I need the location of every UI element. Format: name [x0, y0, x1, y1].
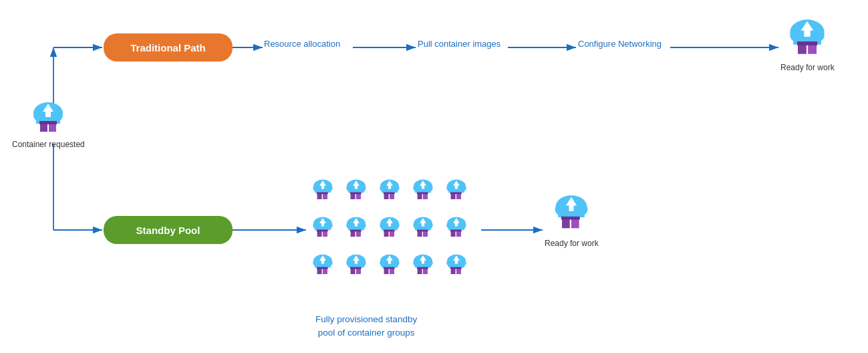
- ready-for-work-top-icon: [784, 13, 831, 60]
- configure-networking-label: Configure Networking: [578, 39, 662, 49]
- diagram: Container requested Traditional Path Res…: [0, 0, 868, 353]
- grid-icon-15: [441, 247, 472, 282]
- standby-pool-pill[interactable]: Standby Pool: [104, 216, 233, 244]
- svg-rect-66: [450, 193, 462, 195]
- svg-rect-90: [384, 230, 395, 232]
- ready-for-work-top-label: Ready for work: [780, 63, 835, 74]
- grid-icon-6: [307, 210, 338, 245]
- pull-container-label: Pull container images: [418, 39, 500, 49]
- container-requested-label: Container requested: [12, 140, 85, 150]
- svg-rect-122: [350, 267, 361, 269]
- svg-rect-98: [417, 230, 428, 232]
- svg-rect-18: [39, 121, 57, 124]
- svg-rect-74: [317, 230, 328, 232]
- ready-for-work-bottom-label: Ready for work: [545, 239, 599, 249]
- svg-rect-42: [350, 193, 361, 195]
- svg-rect-34: [317, 193, 328, 195]
- grid-icon-14: [408, 247, 438, 282]
- grid-icon-7: [341, 210, 372, 245]
- grid-icon-4: [408, 172, 438, 207]
- container-requested-icon: [28, 97, 68, 137]
- grid-icon-2: [341, 172, 372, 207]
- grid-icon-1: [307, 172, 338, 207]
- traditional-path-label: Traditional Path: [130, 42, 206, 53]
- grid-icon-8: [374, 210, 405, 245]
- ready-for-work-top-node: Ready for work: [780, 13, 835, 74]
- svg-rect-130: [384, 267, 395, 269]
- standby-caption: Fully provisioned standby pool of contai…: [315, 313, 417, 340]
- grid-icon-10: [441, 210, 472, 245]
- svg-rect-82: [350, 230, 361, 232]
- container-requested-node: Container requested: [12, 97, 85, 150]
- svg-rect-138: [417, 267, 428, 269]
- grid-icon-11: [307, 247, 338, 282]
- grid-icon-13: [374, 247, 405, 282]
- grid-icon-3: [374, 172, 405, 207]
- svg-rect-154: [561, 217, 580, 220]
- traditional-path-pill[interactable]: Traditional Path: [104, 33, 233, 62]
- grid-icon-9: [408, 210, 438, 245]
- svg-rect-26: [797, 41, 817, 45]
- svg-rect-146: [450, 267, 462, 269]
- svg-rect-106: [450, 230, 462, 232]
- grid-icon-5: [441, 172, 472, 207]
- svg-rect-114: [317, 267, 328, 269]
- svg-rect-50: [384, 193, 395, 195]
- standby-pool-grid: [307, 172, 472, 282]
- ready-for-work-bottom-icon: [548, 189, 595, 236]
- standby-pool-label: Standby Pool: [136, 225, 200, 236]
- standby-caption-line2: pool of container groups: [318, 328, 415, 338]
- svg-rect-58: [417, 193, 428, 195]
- resource-allocation-label: Resource allocation: [264, 39, 340, 49]
- ready-for-work-bottom-node: Ready for work: [545, 189, 599, 249]
- standby-caption-line1: Fully provisioned standby: [315, 314, 417, 324]
- grid-icon-12: [341, 247, 372, 282]
